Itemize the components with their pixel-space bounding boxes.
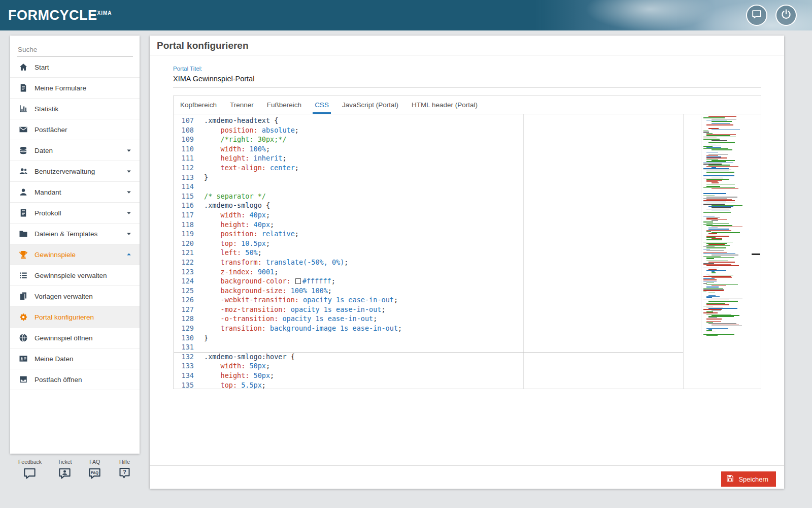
code-line: 134 height: 50px; [174, 371, 761, 380]
footer-button-label: Ticket [58, 459, 72, 465]
sidebar-item-start[interactable]: Start [10, 57, 140, 78]
code-line: 117 width: 40px; [174, 210, 761, 220]
gear-icon [18, 312, 28, 322]
help-icon: ? [118, 466, 131, 482]
minimap[interactable] [701, 116, 742, 336]
code-line: 120 top: 10.5px; [174, 239, 761, 248]
code-line: 130} [174, 333, 761, 343]
line-number: 131 [174, 342, 194, 352]
feedback-button[interactable] [746, 5, 767, 26]
svg-text:?: ? [123, 469, 126, 475]
editor-separator-line [174, 352, 683, 353]
line-number: 125 [174, 286, 194, 296]
line-number: 112 [174, 163, 194, 173]
mail-icon [18, 124, 28, 135]
hilfe-button[interactable]: Hilfe? [118, 459, 131, 482]
sidebar-item-vorlagen-verwalten[interactable]: Vorlagen verwalten [10, 286, 140, 307]
sidebar-item-gewinnspiel-offnen[interactable]: Gewinnspiel öffnen [10, 328, 140, 348]
globe-icon [18, 333, 28, 343]
sidebar-item-label: Postfächer [35, 126, 67, 134]
code-line: 132.xmdemo-smlogo:hover { [174, 352, 761, 362]
sidebar-item-mandant[interactable]: Mandant [10, 182, 140, 203]
sidebar-item-gewinnspiele[interactable]: Gewinnspiele [10, 244, 140, 265]
tab-trenner[interactable]: Trenner [223, 96, 260, 114]
save-button[interactable]: Speichern [721, 471, 776, 487]
person-icon [18, 187, 28, 197]
logout-button[interactable] [775, 5, 797, 26]
sidebar-item-dateien-templates[interactable]: Dateien & Templates [10, 224, 140, 244]
chevron-down-icon [124, 187, 133, 197]
color-swatch[interactable] [295, 278, 301, 284]
code-line: 133 width: 50px; [174, 361, 761, 371]
users-icon [18, 166, 28, 176]
tab-fussbereich[interactable]: Fußbereich [260, 96, 308, 114]
css-code-editor[interactable]: 107.xmdemo-headtext {108 position: absol… [174, 114, 761, 389]
line-number: 133 [174, 361, 194, 371]
sidebar-item-meine-daten[interactable]: Meine Daten [10, 348, 140, 369]
sidebar-item-portal-konfigurieren[interactable]: Portal konfigurieren [10, 307, 140, 328]
sidebar-item-benutzerverwaltung[interactable]: Benutzerverwaltung [10, 161, 140, 182]
sidebar-item-gewinnspiele-verwalten[interactable]: Gewinnspiele verwalten [10, 265, 140, 286]
line-number: 126 [174, 295, 194, 305]
portal-title-label: Portal Titel: [173, 66, 761, 72]
ticket-button[interactable]: Ticket [58, 459, 72, 482]
code-line: 121 left: 50%; [174, 248, 761, 258]
search-input[interactable] [17, 43, 133, 57]
tab-html-header-portal[interactable]: HTML header (Portal) [405, 96, 484, 114]
line-number: 119 [174, 229, 194, 239]
card-icon [18, 354, 28, 364]
sidebar-item-postfacher[interactable]: Postfächer [10, 119, 140, 140]
feedback-button[interactable]: Feedback [18, 459, 42, 482]
sidebar-item-statistik[interactable]: Statistik [10, 99, 140, 119]
sidebar-item-daten[interactable]: Daten [10, 140, 140, 161]
line-number: 108 [174, 125, 194, 135]
sidebar-item-label: Meine Formulare [35, 84, 86, 92]
line-number: 135 [174, 380, 194, 389]
faq-button[interactable]: FAQFAQ [88, 459, 101, 482]
tab-bar: KopfbereichTrennerFußbereichCSSJavaScrip… [174, 96, 761, 114]
ticket-icon [58, 466, 72, 482]
tab-css[interactable]: CSS [308, 96, 335, 114]
form-icon [18, 83, 28, 93]
code-line: 118 height: 40px; [174, 220, 761, 230]
line-number: 116 [174, 201, 194, 210]
minimap-scroll-marker[interactable] [752, 253, 760, 255]
inbox-icon [18, 374, 28, 385]
faq-icon: FAQ [88, 466, 101, 482]
chart-icon [18, 104, 28, 114]
main-panel: Portal konfigurieren Portal Titel: Kopfb… [150, 36, 784, 489]
portal-title-input[interactable] [173, 72, 761, 87]
line-number: 113 [174, 173, 194, 182]
top-bar: FORMCYCLEXIMA [0, 0, 812, 30]
chevron-down-icon [124, 208, 133, 217]
sidebar-item-meine-formulare[interactable]: Meine Formulare [10, 78, 140, 99]
code-line: 124 background-color: #ffffff; [174, 276, 761, 286]
line-number: 115 [174, 192, 194, 201]
sidebar-item-label: Statistik [35, 105, 58, 113]
line-number: 129 [174, 324, 194, 333]
tab-javascript-portal[interactable]: JavaScript (Portal) [335, 96, 405, 114]
main-footer: Speichern [150, 465, 784, 489]
sidebar-item-label: Gewinnspiel öffnen [35, 334, 93, 342]
sidebar-item-postfach-offnen[interactable]: Postfach öffnen [10, 369, 140, 390]
sidebar-item-label: Daten [35, 147, 53, 154]
line-number: 117 [174, 210, 194, 220]
main-body: Portal Titel: KopfbereichTrennerFußberei… [150, 55, 784, 389]
tab-kopfbereich[interactable]: Kopfbereich [174, 96, 223, 114]
sidebar-item-label: Postfach öffnen [35, 376, 82, 384]
sidebar-item-protokoll[interactable]: Protokoll [10, 203, 140, 224]
sidebar-item-label: Dateien & Templates [35, 230, 97, 238]
list-icon [18, 270, 28, 280]
line-number: 110 [174, 144, 194, 154]
chat-icon [23, 466, 37, 482]
sidebar-item-label: Gewinnspiele verwalten [35, 272, 107, 279]
code-line: 126 -webkit-transition: opacity 1s ease-… [174, 295, 761, 305]
doc-icon [18, 208, 28, 218]
line-number: 123 [174, 267, 194, 277]
code-line: 123 z-index: 9001; [174, 267, 761, 277]
save-icon [726, 474, 734, 484]
line-number: 128 [174, 314, 194, 324]
code-line: 112 text-align: center; [174, 163, 761, 173]
code-line: 115/* separator */ [174, 192, 761, 201]
line-number: 127 [174, 305, 194, 314]
